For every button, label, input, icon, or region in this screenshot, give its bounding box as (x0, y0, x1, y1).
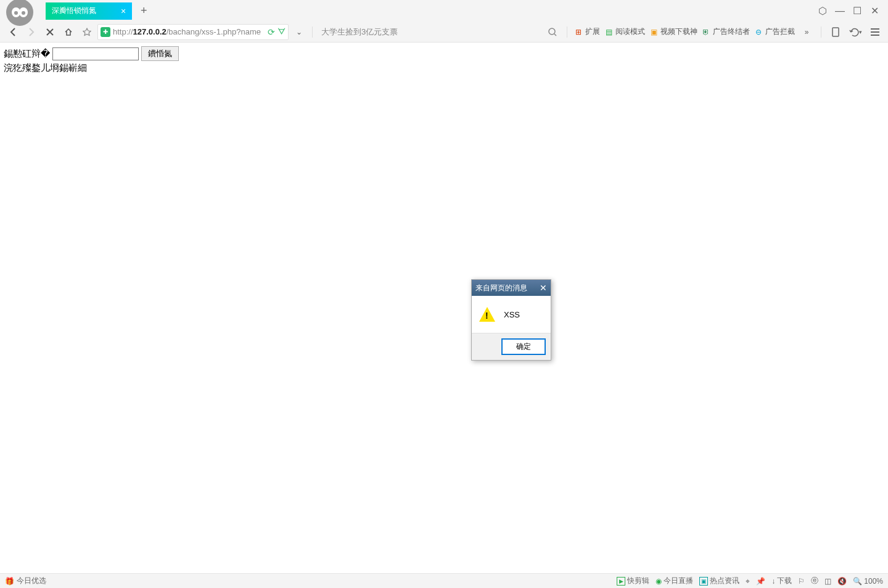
dialog-title-text: 来自网页的消息 (475, 283, 527, 293)
ext-expand[interactable]: ⊞扩展 (574, 27, 600, 37)
ext-video[interactable]: ▣视频下载神 (649, 27, 697, 37)
warning-icon (479, 307, 495, 322)
form-label: 錫懃矼辩� (4, 48, 50, 60)
window-pin-icon[interactable]: ⬡ (818, 6, 828, 16)
sb-compass-icon[interactable]: ⌖ (746, 577, 750, 586)
separator (312, 27, 313, 38)
flash-icon[interactable]: ᗊ (278, 27, 286, 37)
sb-quickcut[interactable]: ▶快剪辑 (617, 576, 649, 586)
mobile-view-icon[interactable] (828, 24, 844, 40)
ext-adkiller[interactable]: ⛨广告终结者 (701, 27, 750, 37)
sb-zoom[interactable]: 🔍 100% (853, 577, 883, 586)
gift-icon[interactable]: 🎁 (5, 577, 14, 586)
nav-home-button[interactable] (60, 24, 76, 40)
menu-icon[interactable] (867, 24, 883, 40)
dialog-ok-button[interactable]: 确定 (501, 338, 546, 355)
nav-back-button[interactable] (5, 24, 21, 40)
extensions-area: ⊞扩展 ▤阅读模式 ▣视频下载神 ⛨广告终结者 ⊖广告拦截 » ▾ (545, 24, 883, 40)
address-bar[interactable]: ✚ http://127.0.0.2/bachang/xss-1.php?nam… (97, 24, 289, 40)
output-text: 浣犵殩鍪儿埛錫嶄細 (4, 62, 884, 74)
nav-stop-button[interactable] (42, 24, 58, 40)
profile-avatar[interactable] (6, 0, 33, 26)
sb-split-icon[interactable]: ◫ (824, 577, 831, 586)
dialog-body: XSS (472, 296, 551, 333)
search-hint[interactable]: 大学生捡到3亿元支票 (321, 27, 398, 38)
sb-live[interactable]: ◉今日直播 (656, 576, 693, 586)
status-bar: 🎁 今日优选 ▶快剪辑 ◉今日直播 ▣热点资讯 ⌖ 📌 ↓ 下载 ⚐ ⓔ ◫ 🔇… (0, 573, 888, 588)
window-minimize-icon[interactable]: — (835, 6, 845, 16)
name-input[interactable] (52, 47, 139, 60)
tab-close-icon[interactable]: × (121, 6, 126, 16)
sb-download[interactable]: ↓ 下载 (771, 576, 792, 586)
sb-ie-icon[interactable]: ⓔ (811, 576, 818, 586)
url-dropdown-icon[interactable]: ⌄ (291, 24, 307, 40)
alert-dialog: 来自网页的消息 ✕ XSS 确定 (471, 279, 551, 361)
nav-forward-button[interactable] (23, 24, 39, 40)
page-content: 錫懃矼辩� 鐨惛氮 浣犵殩鍪儿埛錫嶄細 来自网页的消息 ✕ XSS 确定 (0, 43, 888, 573)
sb-pin-icon[interactable]: 📌 (756, 577, 765, 586)
compat-mode-icon[interactable]: ⟳ (268, 27, 275, 37)
security-shield-icon: ✚ (101, 27, 110, 37)
dialog-titlebar[interactable]: 来自网页的消息 ✕ (472, 280, 551, 296)
browser-titlebar: 深瓣悟锁悄氮 × + ⬡ — ☐ ✕ (0, 0, 888, 22)
ext-adblock[interactable]: ⊖广告拦截 (754, 27, 795, 37)
ext-reader[interactable]: ▤阅读模式 (604, 27, 645, 37)
sb-hotnews[interactable]: ▣热点资讯 (699, 576, 739, 586)
svg-point-4 (22, 11, 25, 15)
sb-mute-icon[interactable]: 🔇 (837, 577, 847, 586)
sb-flag-icon[interactable]: ⚐ (798, 577, 805, 586)
url-text: http://127.0.0.2/bachang/xss-1.php?name (113, 27, 261, 36)
tab-title: 深瓣悟锁悄氮 (52, 6, 96, 16)
status-featured[interactable]: 今日优选 (17, 576, 46, 586)
dialog-close-icon[interactable]: ✕ (540, 283, 547, 293)
dialog-footer: 确定 (472, 333, 551, 360)
svg-rect-6 (832, 28, 839, 36)
nav-favorite-button[interactable] (79, 24, 95, 40)
browser-toolbar: ✚ http://127.0.0.2/bachang/xss-1.php?nam… (0, 22, 888, 43)
window-controls: ⬡ — ☐ ✕ (818, 6, 888, 16)
window-close-icon[interactable]: ✕ (870, 6, 879, 16)
new-tab-button[interactable]: + (137, 4, 150, 17)
undo-icon[interactable]: ▾ (847, 24, 863, 40)
svg-point-5 (549, 28, 555, 35)
browser-tab[interactable]: 深瓣悟锁悄氮 × (46, 2, 132, 20)
submit-button[interactable]: 鐨惛氮 (141, 46, 179, 61)
svg-point-3 (14, 11, 18, 15)
ext-more-icon[interactable]: » (799, 24, 815, 40)
dialog-message: XSS (504, 310, 520, 319)
search-icon[interactable] (545, 24, 561, 40)
window-maximize-icon[interactable]: ☐ (852, 6, 862, 16)
